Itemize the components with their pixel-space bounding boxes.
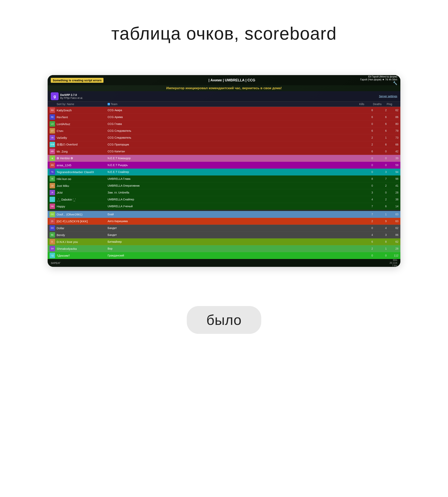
player-team: Екай bbox=[108, 213, 359, 216]
extra-counter: 7.8/s bbox=[392, 264, 397, 267]
player-deaths: 3 bbox=[373, 233, 387, 236]
player-ping: 66 bbox=[387, 143, 399, 146]
player-kills: 0 bbox=[359, 184, 373, 187]
player-avatar: HI bbox=[49, 176, 55, 182]
player-ping: 63 bbox=[387, 220, 399, 223]
player-deaths: 2 bbox=[373, 109, 387, 112]
player-team: N.E.E.T Рыцарь bbox=[108, 164, 359, 167]
hero-info: Eli Гарой (Монстр.форм) bbox=[368, 75, 397, 78]
col-sort-name[interactable]: Sort by: Name bbox=[57, 102, 108, 106]
player-avatar: DO bbox=[49, 225, 55, 231]
player-deaths: 1 bbox=[373, 213, 387, 216]
table-row: HA Happy UMBRELLA Ученый 7 6 14 bbox=[48, 203, 400, 210]
player-avatar: LO bbox=[49, 121, 55, 127]
network-counter: 20.11/s bbox=[390, 262, 397, 264]
player-deaths: 0 bbox=[373, 254, 387, 257]
fps-counter: 30/s bbox=[393, 259, 397, 262]
table-row: AN anaa_1245 N.E.E.T Рыцарь 0 0 59 bbox=[48, 162, 400, 169]
player-name: †Декхим† bbox=[57, 254, 108, 257]
player-name: Rev'lient bbox=[57, 116, 108, 119]
player-deaths: 6 bbox=[373, 143, 387, 146]
player-team: UMBRELLA Оперативник bbox=[108, 184, 359, 187]
player-kills: 8 bbox=[359, 177, 373, 180]
player-team: UMBRELLA Глава bbox=[108, 177, 359, 180]
player-team: CCG Акира bbox=[108, 109, 359, 112]
player-avatar: AN bbox=[49, 162, 55, 168]
player-name: JKM bbox=[57, 191, 108, 194]
player-kills: 4 bbox=[359, 198, 373, 201]
player-ping: 42 bbox=[387, 150, 399, 153]
bottom-hud: ЗАРЕАГ 30/s 20.11/s 7.8/s bbox=[48, 259, 400, 267]
player-kills: 0 bbox=[359, 122, 373, 125]
table-row: OO Ooof... (Oliver2661) Екай 7 1 63 bbox=[48, 211, 400, 218]
player-avatar: HA bbox=[49, 203, 55, 209]
player-name: D.N.K.I love you bbox=[57, 240, 108, 244]
player-deaths: 6 bbox=[373, 129, 387, 132]
player-kills: 2 bbox=[359, 247, 373, 250]
announcement-text: Император инициировал комендантский час,… bbox=[166, 86, 282, 90]
table-row: LO LordArbuz CCG Глава 0 6 80 bbox=[48, 121, 400, 127]
player-kills: 0 bbox=[359, 254, 373, 257]
darkrp-header: g DarkRP 2.7.0 By FPtje Falco et al. Ser… bbox=[48, 91, 400, 101]
table-row: †Д †Декхим† Гражданский 0 0 112 bbox=[48, 252, 400, 259]
server-settings-button[interactable]: Server settings bbox=[379, 95, 397, 98]
script-error-badge: Something is creating script errors bbox=[51, 78, 103, 83]
table-row: JU Just Miku UMBRELLA Оперативник 0 2 41 bbox=[48, 182, 400, 189]
player-kills: 3 bbox=[359, 191, 373, 194]
player-name: LordArbuz bbox=[57, 122, 108, 126]
table-row: JK JKM Зам. гл. Umbrella 3 0 28 bbox=[48, 189, 400, 196]
player-team: Зам. гл. Umbrella bbox=[108, 191, 359, 194]
page-title: таблица очков, scoreboard bbox=[111, 24, 337, 44]
player-name: Shmakodyavka bbox=[57, 247, 108, 250]
player-avatar: ✿ bbox=[49, 155, 55, 161]
player-team: Вор bbox=[108, 247, 359, 250]
player-avatar: BE bbox=[49, 232, 55, 238]
player-avatar: JK bbox=[49, 190, 55, 195]
col-name-label: Name bbox=[67, 102, 74, 106]
player-kills: 7 bbox=[359, 213, 373, 216]
top-bar: Something is creating script errors | Ан… bbox=[48, 75, 400, 85]
player-name: 全能の Overlord bbox=[57, 143, 108, 147]
hero-sub: Гарой (Чел.форм) ★ 7d 4h 56m bbox=[360, 78, 397, 81]
player-name: Ooof... (Oliver2661) bbox=[57, 213, 108, 216]
player-team: Гражданский bbox=[108, 254, 359, 257]
player-kills: 0 bbox=[359, 157, 373, 160]
player-team: Аято Киришима bbox=[108, 220, 359, 223]
player-ping: 62 bbox=[387, 240, 399, 243]
scoreboard-header: Sort by: Name Team Kills Deaths Ping bbox=[48, 101, 400, 107]
player-deaths: 0 bbox=[373, 164, 387, 167]
player-name: Just Miku bbox=[57, 184, 108, 187]
player-avatar: 全能 bbox=[49, 142, 55, 147]
player-avatar: OO bbox=[49, 212, 55, 217]
player-deaths: 1 bbox=[373, 247, 387, 250]
player-ping: 38 bbox=[387, 198, 399, 201]
player-team: Битмайнер bbox=[108, 240, 359, 243]
player-deaths: 6 bbox=[373, 205, 387, 208]
top-right-info: Eli Гарой (Монстр.форм) Гарой (Чел.форм)… bbox=[360, 75, 397, 85]
table-row: VA VaSeBy CCG Следователь 2 1 73 bbox=[48, 134, 400, 141]
player-name: _'_ Dabokin '_' bbox=[57, 198, 108, 201]
player-team: CCG Арима bbox=[108, 116, 359, 119]
bylo-button[interactable]: было bbox=[187, 306, 261, 334]
player-ping: 41 bbox=[387, 184, 399, 187]
player-kills: 7 bbox=[359, 205, 373, 208]
col-team-label: Team bbox=[111, 102, 117, 106]
player-kills: 6 bbox=[359, 129, 373, 132]
table-row: DO Dollar Бандит 0 4 62 bbox=[48, 225, 400, 232]
player-deaths: 2 bbox=[373, 198, 387, 201]
player-deaths: 0 bbox=[373, 191, 387, 194]
player-name: Dollar bbox=[57, 226, 108, 230]
darkrp-logo: g DarkRP 2.7.0 By FPtje Falco et al. bbox=[51, 92, 83, 100]
table-row: _' _'_ Dabokin '_' UMBRELLA Снайпер 4 2 … bbox=[48, 196, 400, 203]
player-deaths: 0 bbox=[373, 157, 387, 160]
wrench-icon: 🔧 bbox=[393, 81, 397, 85]
table-row: RE Rev'lient CCG Арима 6 6 86 bbox=[48, 114, 400, 121]
player-avatar: KA bbox=[49, 107, 55, 113]
player-team: Бандит bbox=[108, 233, 359, 236]
player-avatar: VA bbox=[49, 135, 55, 140]
game-content: Something is creating script errors | Ан… bbox=[48, 75, 400, 267]
player-name: Hiki kun oo bbox=[57, 177, 108, 181]
player-avatar: JU bbox=[49, 183, 55, 188]
player-avatar: D. bbox=[49, 239, 55, 245]
table-row: KA KattySnezh CCG Акира 6 2 62 bbox=[48, 107, 400, 114]
